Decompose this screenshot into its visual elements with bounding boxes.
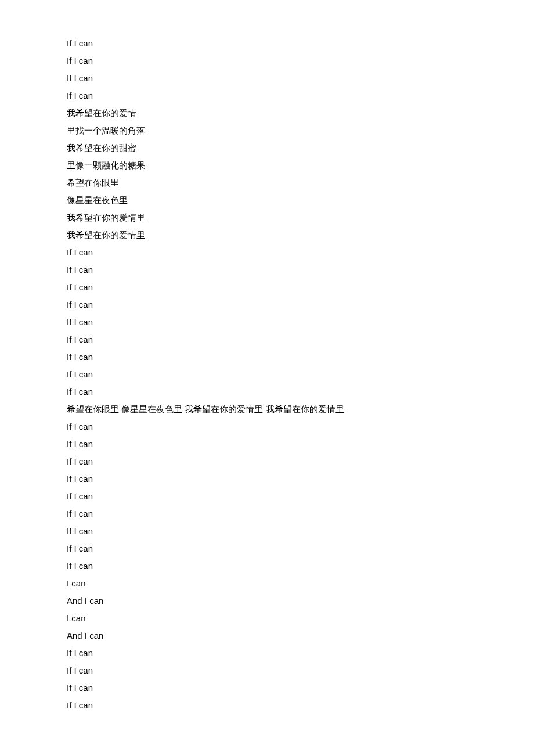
lyric-line: And I can [67, 592, 467, 610]
lyric-line: If I can [67, 70, 467, 87]
lyric-line: If I can [67, 52, 467, 70]
lyric-line: And I can [67, 627, 467, 645]
lyric-line: If I can [67, 557, 467, 575]
lyric-line: If I can [67, 35, 467, 52]
lyric-line: If I can [67, 453, 467, 470]
lyric-line: 我希望在你的爱情里 [67, 226, 467, 244]
lyric-line: 希望在你眼里 像星星在夜色里 我希望在你的爱情里 我希望在你的爱情里 [67, 401, 467, 418]
lyric-line: If I can [67, 296, 467, 314]
lyric-line: If I can [67, 505, 467, 523]
lyric-line: If I can [67, 366, 467, 383]
lyric-line: 我希望在你的爱情里 [67, 209, 467, 226]
lyric-line: 里找一个温暖的角落 [67, 122, 467, 139]
lyric-line: If I can [67, 523, 467, 540]
lyric-line: If I can [67, 435, 467, 453]
lyric-line: 我希望在你的爱情 [67, 105, 467, 122]
lyric-line: If I can [67, 540, 467, 557]
lyric-line: 希望在你眼里 [67, 174, 467, 192]
lyric-line: If I can [67, 645, 467, 662]
lyric-line: If I can [67, 348, 467, 366]
lyric-line: 我希望在你的甜蜜 [67, 139, 467, 157]
lyric-line: If I can [67, 488, 467, 505]
lyric-line: If I can [67, 679, 467, 697]
lyric-line: I can [67, 610, 467, 627]
lyric-line: If I can [67, 418, 467, 435]
lyric-line: If I can [67, 697, 467, 714]
lyric-line: If I can [67, 87, 467, 105]
lyric-line: If I can [67, 662, 467, 679]
lyric-line: 像星星在夜色里 [67, 192, 467, 209]
lyric-line: If I can [67, 244, 467, 261]
document-page: If I can If I can If I can If I can 我希望在… [0, 0, 534, 749]
lyric-line: If I can [67, 314, 467, 331]
lyric-line: If I can [67, 331, 467, 348]
lyric-line: If I can [67, 470, 467, 488]
lyric-line: 里像一颗融化的糖果 [67, 157, 467, 174]
lyric-line: If I can [67, 261, 467, 279]
lyric-line: If I can [67, 279, 467, 296]
lyric-line: If I can [67, 383, 467, 401]
lyric-line: I can [67, 575, 467, 592]
